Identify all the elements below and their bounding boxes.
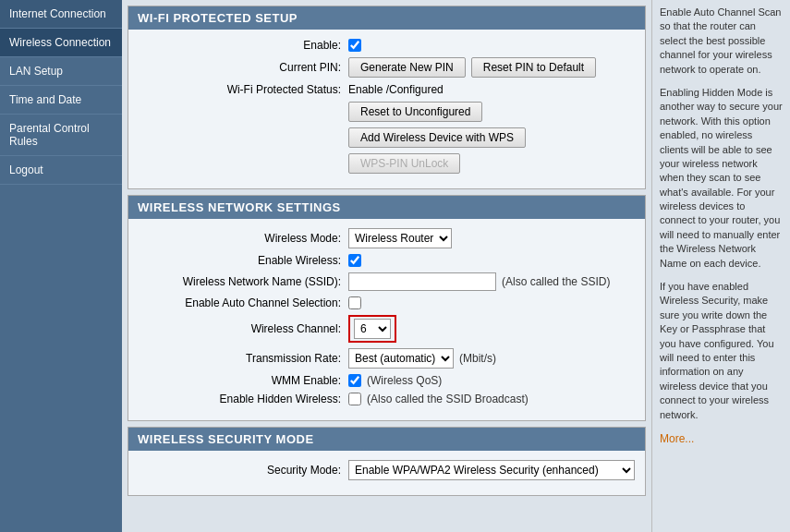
transmission-select[interactable]: Best (automatic) 1 Mbit/s 2 Mbit/s 5.5 M…	[348, 348, 454, 369]
auto-channel-label: Enable Auto Channel Selection:	[138, 296, 341, 309]
wps-pin-label: Current PIN:	[138, 61, 341, 74]
wps-enable-row: Enable:	[138, 39, 636, 52]
wps-pin-unlock-row: WPS-PIN UnLock	[138, 153, 636, 174]
wmm-checkbox[interactable]	[348, 374, 361, 387]
ssid-label: Wireless Network Name (SSID):	[138, 275, 341, 288]
wmm-label: WMM Enable:	[138, 374, 341, 387]
add-device-wps-button[interactable]: Add Wireless Device with WPS	[348, 127, 526, 148]
wireless-mode-select[interactable]: Wireless Router Access Point Bridge	[348, 228, 452, 248]
sidebar-item-internet-connection[interactable]: Internet Connection	[0, 0, 122, 29]
wmm-value: (Wireless QoS)	[348, 374, 442, 387]
wireless-section-header: WIRELESS NETWORK SETTINGS	[128, 196, 645, 219]
wps-section-body: Enable: Current PIN: Generate New PIN Re…	[128, 30, 645, 188]
security-section: WIRELESS SECURITY MODE Security Mode: No…	[128, 427, 646, 496]
wps-status-label: Wi-Fi Protected Status:	[138, 83, 341, 96]
ssid-value: (Also called the SSID)	[348, 272, 610, 291]
wireless-mode-row: Wireless Mode: Wireless Router Access Po…	[138, 228, 636, 248]
wps-pin-row: Current PIN: Generate New PIN Reset PIN …	[138, 57, 636, 78]
hidden-wireless-row: Enable Hidden Wireless: (Also called the…	[138, 393, 636, 405]
sidebar-item-lan-setup[interactable]: LAN Setup	[0, 57, 122, 86]
enable-wireless-checkbox[interactable]	[348, 254, 361, 267]
transmission-unit: (Mbit/s)	[459, 352, 496, 365]
help-paragraph-1: Enable Auto Channel Scan so that the rou…	[660, 6, 783, 77]
channel-label: Wireless Channel:	[138, 322, 341, 335]
ssid-note: (Also called the SSID)	[502, 275, 610, 288]
ssid-row: Wireless Network Name (SSID): (Also call…	[138, 272, 636, 291]
wmm-note: (Wireless QoS)	[367, 374, 442, 387]
ssid-input[interactable]	[348, 272, 496, 291]
auto-channel-row: Enable Auto Channel Selection:	[138, 296, 636, 309]
security-section-body: Security Mode: None Enable WEP Wireless …	[128, 451, 645, 495]
wps-add-device-row: Add Wireless Device with WPS	[138, 127, 636, 148]
wps-status-value: Enable /Configured	[348, 83, 444, 96]
wps-section: WI-FI PROTECTED SETUP Enable: Current PI…	[128, 6, 646, 189]
wps-pin-value: Generate New PIN Reset PIN to Default	[348, 57, 596, 78]
security-mode-label: Security Mode:	[138, 464, 341, 477]
transmission-row: Transmission Rate: Best (automatic) 1 Mb…	[138, 348, 636, 369]
enable-wireless-row: Enable Wireless:	[138, 254, 636, 267]
hidden-wireless-label: Enable Hidden Wireless:	[138, 393, 341, 405]
generate-pin-button[interactable]: Generate New PIN	[348, 57, 466, 78]
sidebar-item-wireless-connection[interactable]: Wireless Connection	[0, 29, 122, 57]
sidebar: Internet ConnectionWireless ConnectionLA…	[0, 0, 122, 532]
wps-reset-unconfigured-row: Reset to Unconfigured	[138, 102, 636, 122]
wireless-mode-label: Wireless Mode:	[138, 232, 341, 245]
channel-value: 1234 5678 91011	[348, 315, 396, 343]
hidden-wireless-checkbox[interactable]	[348, 393, 361, 405]
wps-reset-unconfigured-value: Reset to Unconfigured	[348, 102, 482, 122]
wps-section-header: WI-FI PROTECTED SETUP	[128, 6, 645, 30]
wireless-section-body: Wireless Mode: Wireless Router Access Po…	[128, 219, 645, 420]
help-panel: Enable Auto Channel Scan so that the rou…	[651, 0, 790, 532]
enable-wireless-label: Enable Wireless:	[138, 254, 341, 267]
help-paragraph-2: Enabling Hidden Mode is another way to s…	[660, 86, 783, 271]
auto-channel-value	[348, 296, 361, 309]
wps-status-row: Wi-Fi Protected Status: Enable /Configur…	[138, 83, 636, 96]
hidden-wireless-note: (Also called the SSID Broadcast)	[367, 393, 529, 405]
channel-highlight: 1234 5678 91011	[348, 315, 396, 343]
security-mode-row: Security Mode: None Enable WEP Wireless …	[138, 460, 636, 480]
security-section-header: WIRELESS SECURITY MODE	[128, 428, 645, 451]
wps-enable-label: Enable:	[138, 39, 341, 52]
channel-select[interactable]: 1234 5678 91011	[354, 319, 391, 339]
security-mode-value: None Enable WEP Wireless Security (basic…	[348, 460, 635, 480]
wps-add-device-value: Add Wireless Device with WPS	[348, 127, 526, 148]
auto-channel-checkbox[interactable]	[348, 296, 361, 309]
hidden-wireless-value: (Also called the SSID Broadcast)	[348, 393, 529, 405]
enable-wireless-value	[348, 254, 361, 267]
transmission-value: Best (automatic) 1 Mbit/s 2 Mbit/s 5.5 M…	[348, 348, 496, 369]
wmm-row: WMM Enable: (Wireless QoS)	[138, 374, 636, 387]
wireless-mode-value: Wireless Router Access Point Bridge	[348, 228, 452, 248]
sidebar-item-time-and-date[interactable]: Time and Date	[0, 86, 122, 115]
help-more-link[interactable]: More...	[660, 431, 783, 447]
wps-enable-value	[348, 39, 361, 52]
wps-status-text: Enable /Configured	[348, 83, 444, 96]
wps-enable-checkbox[interactable]	[348, 39, 361, 52]
transmission-label: Transmission Rate:	[138, 352, 341, 365]
wps-pin-unlock-button[interactable]: WPS-PIN UnLock	[348, 153, 460, 174]
channel-row: Wireless Channel: 1234 5678 91011	[138, 315, 636, 343]
sidebar-item-logout[interactable]: Logout	[0, 156, 122, 185]
sidebar-item-parental-control[interactable]: Parental Control Rules	[0, 115, 122, 156]
reset-pin-button[interactable]: Reset PIN to Default	[471, 57, 596, 78]
help-paragraph-3: If you have enabled Wireless Security, m…	[660, 280, 783, 422]
main-content: WI-FI PROTECTED SETUP Enable: Current PI…	[122, 0, 651, 532]
wireless-section: WIRELESS NETWORK SETTINGS Wireless Mode:…	[128, 195, 646, 421]
reset-unconfigured-button[interactable]: Reset to Unconfigured	[348, 102, 482, 122]
security-mode-select[interactable]: None Enable WEP Wireless Security (basic…	[348, 460, 635, 480]
wps-pin-unlock-value: WPS-PIN UnLock	[348, 153, 460, 174]
